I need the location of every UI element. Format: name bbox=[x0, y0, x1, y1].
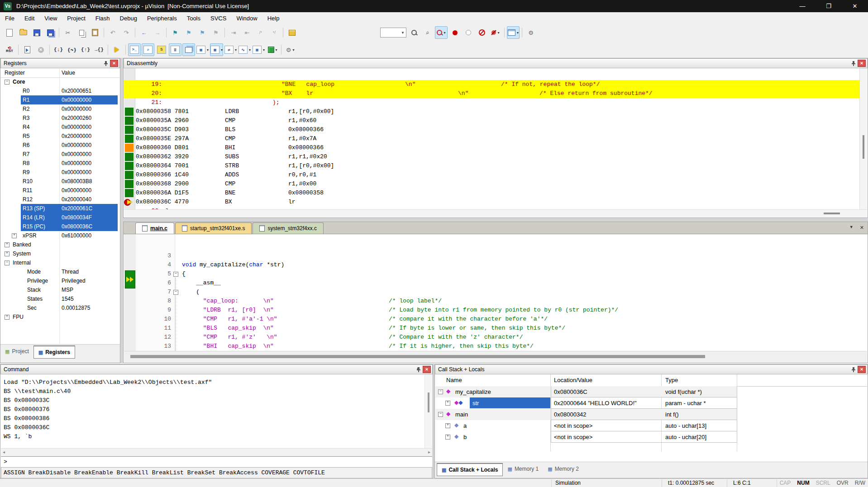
expand-icon[interactable]: + bbox=[445, 435, 450, 440]
disassembly-line[interactable]: 0x08000360 D801BHI0x08000366 bbox=[124, 143, 859, 152]
collapse-icon[interactable]: − bbox=[5, 260, 10, 265]
uncomment-icon[interactable]: */ bbox=[268, 26, 281, 39]
code-line-13[interactable]: 13 "BHI cap_skip \n"/* If it is higher, … bbox=[124, 342, 867, 351]
paste-icon[interactable] bbox=[89, 26, 101, 39]
step-out-button[interactable]: {↑} bbox=[79, 43, 92, 56]
register-row-sec[interactable]: Sec0.00012875 bbox=[1, 303, 119, 312]
collapse-icon[interactable]: − bbox=[438, 389, 443, 394]
fold-toggle-icon[interactable]: − bbox=[173, 290, 178, 295]
code-line-8[interactable]: 8 "cap_loop: \n"/* loop label*/ bbox=[124, 297, 867, 306]
kill-all-breakpoints-icon[interactable]: ▾ bbox=[489, 26, 502, 39]
navigate-back-icon[interactable]: ← bbox=[138, 26, 150, 39]
file-tab-main-c[interactable]: main.c bbox=[135, 222, 174, 234]
code-line-11[interactable]: 11 "BLS cap_skip \n"/* If byte is lower … bbox=[124, 324, 867, 333]
disassembly-line[interactable]: 0x0800035C D903BLS0x08000366 bbox=[124, 125, 859, 134]
horizontal-splitter[interactable] bbox=[123, 218, 868, 222]
bookmark-next-icon[interactable]: ⚑ bbox=[196, 26, 209, 39]
toolbox-button-dropdown[interactable]: ▾ bbox=[292, 48, 294, 52]
register-row-r14-lr-[interactable]: R14 (LR)0x0800034F bbox=[1, 213, 119, 222]
register-row-system[interactable]: +System bbox=[1, 249, 119, 258]
maximize-button[interactable]: ❐ bbox=[816, 0, 842, 12]
disassembly-line[interactable]: 21:); bbox=[124, 98, 859, 107]
analysis-window-button-dropdown[interactable]: ▾ bbox=[249, 48, 251, 52]
menu-edit[interactable]: Edit bbox=[19, 13, 39, 23]
collapse-icon[interactable]: − bbox=[438, 412, 443, 417]
registers-window-toggle[interactable]: ≣ bbox=[169, 43, 181, 56]
code-line-5[interactable]: 5−{ bbox=[124, 270, 867, 279]
expand-icon[interactable]: + bbox=[12, 233, 17, 238]
bookmark-toggle-icon[interactable]: ⚑ bbox=[169, 26, 181, 39]
save-all-icon[interactable] bbox=[44, 26, 57, 39]
insert-breakpoint-icon[interactable] bbox=[448, 26, 461, 39]
tab-project[interactable]: ▦Project bbox=[0, 345, 33, 357]
menu-project[interactable]: Project bbox=[62, 13, 90, 23]
save-icon[interactable] bbox=[30, 26, 43, 39]
register-row-r8[interactable]: R80x00000000 bbox=[1, 159, 119, 168]
serial-window-button-dropdown[interactable]: ▾ bbox=[235, 48, 237, 52]
close-icon[interactable]: ✕ bbox=[110, 60, 118, 67]
call-stack-row-b[interactable]: +◆b<not in scope>auto - uchar[20] bbox=[435, 431, 867, 443]
navigate-forward-icon[interactable]: → bbox=[151, 26, 164, 39]
toolbox-button[interactable]: ⚙▾ bbox=[284, 43, 296, 56]
disassembly-vscrollbar[interactable] bbox=[859, 68, 867, 209]
register-row-internal[interactable]: −Internal bbox=[1, 258, 119, 267]
indent-icon[interactable]: ⇥ bbox=[227, 26, 240, 39]
step-into-button[interactable]: {↓} bbox=[52, 43, 65, 56]
pin-icon[interactable] bbox=[103, 61, 109, 66]
register-row-core[interactable]: −Core bbox=[1, 77, 119, 86]
menu-file[interactable]: File bbox=[0, 13, 19, 23]
serial-window-button[interactable]: ⇄▾ bbox=[224, 43, 237, 56]
call-stack-row-main[interactable]: −◆main0x08000342int f() bbox=[435, 409, 867, 420]
close-icon[interactable]: ✕ bbox=[423, 366, 431, 373]
tab-registers[interactable]: ▦Registers bbox=[33, 345, 75, 359]
expand-icon[interactable]: + bbox=[445, 423, 450, 428]
disable-all-breakpoints-icon[interactable] bbox=[476, 26, 488, 39]
register-row-r0[interactable]: R00x20000651 bbox=[1, 86, 119, 95]
comment-icon[interactable]: /* bbox=[254, 26, 267, 39]
disassembly-line[interactable]: 0x0800036A D1F5BNE0x08000358 bbox=[124, 189, 859, 198]
watch-window-button[interactable]: ▦▾ bbox=[196, 43, 209, 56]
register-row-xpsr[interactable]: +xPSR0x61000000 bbox=[1, 231, 119, 240]
window-layout-icon[interactable]: ▾ bbox=[507, 26, 520, 39]
menu-help[interactable]: Help bbox=[262, 13, 285, 23]
scroll-left-icon[interactable]: ◂ bbox=[3, 449, 5, 454]
type-column-header[interactable]: Type bbox=[665, 377, 678, 383]
tab-call-stack-locals[interactable]: ▦Call Stack + Locals bbox=[437, 463, 503, 476]
toggle-breakpoint-icon[interactable] bbox=[462, 26, 475, 39]
code-line-10[interactable]: 10 "CMP r1, #'a'-1 \n"/* compare it with… bbox=[124, 315, 867, 324]
disassembly-line[interactable]: 0x08000364 7001STRBr1,[r0,#0x00] bbox=[124, 161, 859, 170]
pin-icon[interactable] bbox=[416, 367, 421, 373]
copy-icon[interactable] bbox=[75, 26, 88, 39]
register-row-r13-sp-[interactable]: R13 (SP)0x2000061C bbox=[1, 204, 119, 213]
code-line-6[interactable]: 6 __asm__ bbox=[124, 279, 867, 288]
register-row-r7[interactable]: R70x00000000 bbox=[1, 150, 119, 159]
disassembly-line[interactable]: 0x08000358 7801LDRBr1,[r0,#0x00] bbox=[124, 107, 859, 116]
register-row-r5[interactable]: R50x20000000 bbox=[1, 132, 119, 141]
code-line-7[interactable]: 7− ( bbox=[124, 288, 867, 297]
register-row-r12[interactable]: R120x20000040 bbox=[1, 195, 119, 204]
watch-window-button-dropdown[interactable]: ▾ bbox=[207, 48, 209, 52]
disassembly-line[interactable]: 0x0800035E 297ACMPr1,#0x7A bbox=[124, 134, 859, 143]
disassembly-line[interactable]: 0x08000362 3920SUBSr1,r1,#0x20 bbox=[124, 152, 859, 161]
run-button[interactable] bbox=[21, 43, 33, 56]
file-tab-system-stm32f4xx-c[interactable]: system_stm32f4xx.c bbox=[253, 222, 324, 234]
memory-window-button[interactable]: ▦▾ bbox=[210, 43, 223, 56]
expand-icon[interactable]: + bbox=[445, 401, 450, 406]
code-line-12[interactable]: 12 "CMP r1, #'z' \n"/* Compare it with t… bbox=[124, 333, 867, 342]
quick-find-icon[interactable]: ▾ bbox=[435, 26, 448, 39]
register-row-banked[interactable]: +Banked bbox=[1, 240, 119, 249]
register-row-stack[interactable]: StackMSP bbox=[1, 285, 119, 294]
expand-icon[interactable]: + bbox=[5, 242, 10, 247]
register-row-privilege[interactable]: PrivilegePrivileged bbox=[1, 276, 119, 285]
redo-icon[interactable]: ↷ bbox=[120, 26, 133, 39]
code-line-4[interactable]: 4void my_capitalize(char *str) bbox=[124, 260, 867, 270]
unindent-icon[interactable]: ⇤ bbox=[241, 26, 253, 39]
menu-svcs[interactable]: SVCS bbox=[205, 13, 231, 23]
close-icon[interactable]: ✕ bbox=[858, 60, 866, 67]
fold-toggle-icon[interactable]: − bbox=[173, 272, 178, 277]
value-column-header[interactable]: Value bbox=[62, 70, 75, 76]
register-row-states[interactable]: States1545 bbox=[1, 294, 119, 303]
tab-close-icon[interactable]: ✕ bbox=[860, 225, 864, 231]
show-next-statement-button[interactable] bbox=[110, 43, 123, 56]
command-input[interactable]: > bbox=[1, 456, 432, 467]
